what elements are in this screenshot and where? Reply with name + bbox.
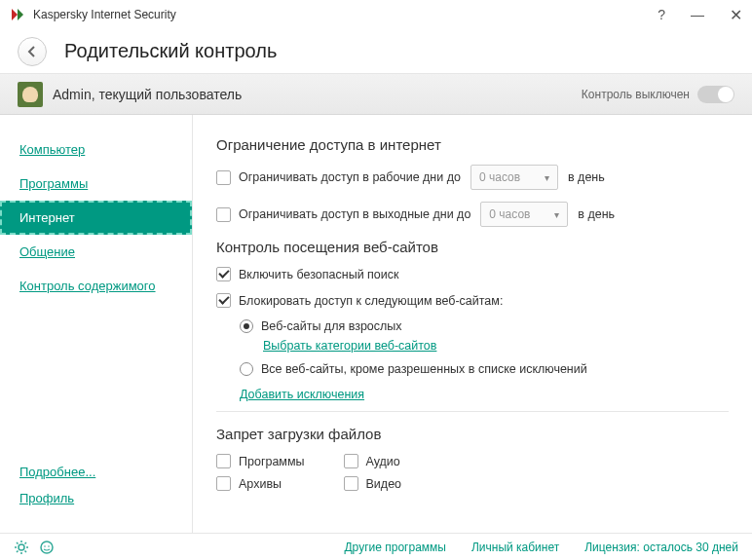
all-except-label: Все веб-сайты, кроме разрешенных в списк… — [261, 362, 587, 376]
kaspersky-icon — [10, 7, 25, 22]
checkbox-icon — [344, 476, 358, 491]
choose-categories-link[interactable]: Выбрать категории веб-сайтов — [263, 339, 436, 353]
weekend-hours-dropdown[interactable]: 0 часов ▾ — [480, 202, 568, 227]
limit-workdays-label: Ограничивать доступ в рабочие дни до — [239, 170, 461, 184]
chevron-down-icon: ▾ — [554, 209, 559, 220]
section-title-web-control: Контроль посещения веб-сайтов — [216, 239, 729, 255]
svg-marker-1 — [18, 9, 23, 20]
checkbox-icon — [216, 454, 231, 468]
gear-icon[interactable] — [14, 540, 29, 555]
checkbox-checked-icon — [216, 293, 231, 308]
sidebar-item-programs[interactable]: Программы — [0, 167, 192, 201]
radio-checked-icon — [240, 319, 253, 333]
user-bar: Admin, текущий пользователь Контроль вык… — [0, 74, 752, 115]
filetype-programs-label: Программы — [239, 455, 305, 468]
other-programs-link[interactable]: Другие программы — [344, 541, 445, 554]
bottom-bar: Другие программы Личный кабинет Лицензия… — [0, 533, 752, 560]
svg-point-5 — [48, 545, 50, 547]
filetype-programs-checkbox[interactable]: Программы — [216, 454, 305, 468]
filetype-video-label: Видео — [366, 477, 402, 491]
app-title: Kaspersky Internet Security — [33, 8, 658, 21]
dropdown-value: 0 часов — [489, 207, 530, 221]
chevron-down-icon: ▾ — [545, 172, 549, 183]
safe-search-checkbox[interactable]: Включить безопасный поиск — [216, 267, 399, 281]
page-header: Родительский контроль — [0, 29, 752, 74]
block-access-checkbox[interactable]: Блокировать доступ к следующим веб-сайта… — [216, 293, 503, 308]
all-except-radio[interactable]: Все веб-сайты, кроме разрешенных в списк… — [240, 362, 587, 376]
control-toggle[interactable] — [697, 86, 734, 103]
user-name: Admin, текущий пользователь — [53, 87, 582, 102]
limit-weekend-checkbox[interactable]: Ограничивать доступ в выходные дни до — [216, 207, 470, 222]
svg-marker-0 — [12, 9, 18, 20]
limit-weekend-label: Ограничивать доступ в выходные дни до — [239, 207, 470, 221]
divider — [216, 411, 729, 412]
add-exceptions-link[interactable]: Добавить исключения — [240, 388, 364, 401]
back-button[interactable] — [18, 37, 47, 66]
help-icon[interactable]: ? — [658, 7, 665, 22]
support-icon[interactable] — [39, 540, 55, 555]
filetype-video-checkbox[interactable]: Видео — [344, 476, 402, 491]
filetype-audio-checkbox[interactable]: Аудио — [344, 454, 400, 468]
content-panel: Ограничение доступа в интернет Ограничив… — [193, 115, 752, 533]
checkbox-icon — [216, 476, 231, 491]
window-controls: ? — ✕ — [658, 6, 742, 24]
avatar — [18, 82, 43, 107]
block-access-label: Блокировать доступ к следующим веб-сайта… — [239, 294, 503, 308]
radio-icon — [240, 362, 253, 376]
adult-sites-radio[interactable]: Веб-сайты для взрослых — [240, 319, 402, 333]
titlebar: Kaspersky Internet Security ? — ✕ — [0, 0, 752, 29]
minimize-icon[interactable]: — — [691, 7, 704, 22]
filetype-audio-label: Аудио — [366, 455, 400, 468]
checkbox-icon — [216, 207, 231, 222]
dropdown-value: 0 часов — [479, 170, 520, 184]
control-status-label: Контроль выключен — [582, 88, 690, 101]
svg-point-4 — [44, 545, 46, 547]
limit-workdays-checkbox[interactable]: Ограничивать доступ в рабочие дни до — [216, 170, 461, 185]
checkbox-icon — [344, 454, 358, 468]
arrow-left-icon — [25, 45, 39, 58]
per-day-label: в день — [578, 207, 615, 221]
checkbox-checked-icon — [216, 267, 231, 281]
filetype-archives-checkbox[interactable]: Архивы — [216, 476, 282, 491]
sidebar: Компьютер Программы Интернет Общение Кон… — [0, 115, 193, 533]
filetype-archives-label: Архивы — [239, 477, 282, 491]
safe-search-label: Включить безопасный поиск — [239, 268, 399, 281]
page-title: Родительский контроль — [64, 40, 277, 62]
sidebar-item-computer[interactable]: Компьютер — [0, 132, 192, 167]
sidebar-item-communication[interactable]: Общение — [0, 235, 192, 269]
adult-sites-label: Веб-сайты для взрослых — [261, 319, 402, 333]
sidebar-more-link[interactable]: Подробнее... — [0, 455, 192, 489]
checkbox-icon — [216, 170, 231, 185]
per-day-label: в день — [568, 170, 605, 184]
sidebar-profile-link[interactable]: Профиль — [0, 489, 192, 515]
workdays-hours-dropdown[interactable]: 0 часов ▾ — [470, 165, 558, 190]
personal-cabinet-link[interactable]: Личный кабинет — [471, 541, 559, 554]
close-icon[interactable]: ✕ — [730, 6, 742, 24]
section-title-file-block: Запрет загрузки файлов — [216, 426, 729, 442]
svg-point-2 — [19, 544, 24, 550]
svg-point-3 — [41, 541, 53, 553]
license-link[interactable]: Лицензия: осталось 30 дней — [584, 541, 738, 554]
sidebar-item-internet[interactable]: Интернет — [0, 201, 192, 235]
section-title-internet-limit: Ограничение доступа в интернет — [216, 136, 729, 153]
sidebar-item-content-control[interactable]: Контроль содержимого — [0, 269, 192, 303]
